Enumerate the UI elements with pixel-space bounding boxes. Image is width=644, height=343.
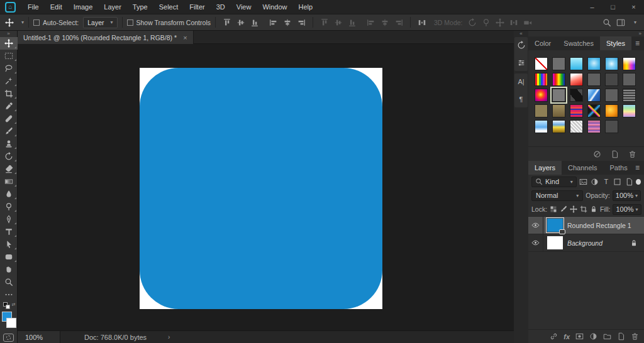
link-layers-icon[interactable] (550, 332, 558, 340)
tool-horizontal-type[interactable] (0, 226, 18, 238)
edit-toolbar-icon[interactable] (0, 288, 18, 301)
tool-pen[interactable] (0, 213, 18, 226)
style-swatch-spectrum[interactable] (552, 73, 565, 86)
photoshop-home-icon[interactable]: ⌂ (5, 2, 16, 13)
3d-pan-icon[interactable] (496, 18, 504, 27)
tool-hand[interactable] (0, 263, 18, 276)
style-swatch-color-burst[interactable] (587, 104, 601, 117)
distribute-bottom-edges-icon[interactable] (348, 18, 357, 27)
filter-shape-layers-icon[interactable] (613, 178, 622, 186)
search-icon[interactable] (602, 18, 611, 27)
lock-pixels-icon[interactable] (560, 205, 567, 213)
distribute-horizontal-centers-icon[interactable] (380, 18, 389, 27)
workspace-chevron-icon[interactable]: ▾ (634, 19, 636, 25)
collapse-panels-icon[interactable]: » (639, 31, 641, 36)
tool-move[interactable] (0, 37, 18, 50)
menu-image[interactable]: Image (68, 0, 99, 14)
blend-mode-dropdown[interactable]: Normal ▾ (531, 190, 583, 201)
quick-mask-mode-icon[interactable] (3, 334, 14, 342)
opacity-field[interactable]: 100% ▾ (613, 190, 641, 201)
distribute-vertical-centers-icon[interactable] (334, 18, 343, 27)
new-group-icon[interactable] (603, 332, 611, 340)
style-swatch-no-style[interactable] (535, 57, 548, 70)
tool-path-selection[interactable] (0, 238, 18, 251)
layer-thumbnail[interactable] (547, 236, 563, 249)
style-swatch-sky-clouds[interactable] (535, 120, 548, 133)
layer-name[interactable]: Background (567, 239, 602, 247)
workspace-switcher-icon[interactable] (616, 18, 625, 27)
tool-brush[interactable] (0, 125, 18, 138)
style-swatch-pink-stripes[interactable] (587, 120, 601, 133)
menu-select[interactable]: Select (153, 0, 184, 14)
properties-panel-icon[interactable] (516, 57, 527, 68)
character-panel-icon[interactable]: A| (516, 76, 527, 87)
tool-eyedropper[interactable] (0, 100, 18, 112)
align-horizontal-centers-icon[interactable] (283, 18, 292, 27)
toolbar-collapse-icon[interactable]: » (7, 31, 9, 37)
style-swatch-blue-sky[interactable] (587, 89, 601, 102)
zoom-level-field[interactable]: 100% (18, 331, 60, 343)
style-swatch-tan-gradient[interactable] (552, 104, 565, 117)
tool-zoom[interactable] (0, 276, 18, 288)
style-swatch-cyan-gradient[interactable] (570, 57, 583, 70)
close-window-button[interactable]: × (623, 0, 644, 14)
style-swatch-gray-6[interactable] (605, 120, 618, 133)
menu-type[interactable]: Type (127, 0, 153, 14)
background-color-swatch[interactable] (6, 318, 16, 328)
show-transform-controls-checkbox[interactable] (127, 19, 133, 26)
tool-blur[interactable] (0, 188, 18, 200)
tab-styles[interactable]: Styles (600, 36, 631, 50)
layer-name[interactable]: Rounded Rectangle 1 (567, 222, 631, 229)
tab-channels[interactable]: Channels (562, 161, 603, 175)
default-colors-icon[interactable]: ⇄ (0, 302, 18, 310)
panel-menu-icon[interactable]: ≡ (635, 36, 644, 50)
filter-pixel-layers-icon[interactable] (579, 178, 588, 186)
tool-lasso[interactable] (0, 62, 18, 75)
distribute-top-edges-icon[interactable] (320, 18, 329, 27)
distribute-right-edges-icon[interactable] (394, 18, 403, 27)
canvas-work-area[interactable] (18, 44, 514, 330)
align-left-edges-icon[interactable] (269, 18, 278, 27)
menu-filter[interactable]: Filter (184, 0, 210, 14)
menu-layer[interactable]: Layer (98, 0, 127, 14)
style-swatch-rainbow-white[interactable] (623, 57, 636, 70)
3d-slide-icon[interactable] (509, 18, 518, 27)
adjustment-layer-icon[interactable] (589, 332, 597, 340)
tool-crop[interactable] (0, 87, 18, 100)
layer-row-background[interactable]: Background (528, 234, 644, 252)
close-tab-icon[interactable]: × (183, 34, 187, 41)
style-swatch-gray-4[interactable] (623, 73, 636, 86)
tool-eraser[interactable] (0, 163, 18, 175)
menu-help[interactable]: Help (293, 0, 319, 14)
menu-3d[interactable]: 3D (211, 0, 231, 14)
new-layer-icon[interactable] (617, 332, 625, 340)
distribute-left-edges-icon[interactable] (367, 18, 375, 27)
lock-position-icon[interactable] (570, 205, 577, 213)
layer-visibility-icon[interactable] (528, 234, 543, 252)
style-swatch-gray-2[interactable] (587, 73, 601, 86)
style-swatch-red-white-fade[interactable] (570, 73, 583, 86)
swap-colors-icon[interactable]: ⇄ (12, 302, 16, 307)
layer-style-fx-icon[interactable]: fx (564, 333, 570, 340)
style-swatch-black-chevron[interactable] (570, 89, 583, 102)
tab-paths[interactable]: Paths (604, 161, 634, 175)
distribute-spacing-icon[interactable] (418, 18, 426, 27)
document-tab[interactable]: Untitled-1 @ 100% (Rounded Rectangle 1, … (18, 31, 194, 44)
style-swatch-gray-lines[interactable] (623, 89, 636, 102)
filter-type-layers-icon[interactable]: T (602, 178, 611, 185)
style-swatch-gold[interactable] (605, 104, 618, 117)
filter-smart-objects-icon[interactable] (625, 178, 633, 186)
tool-rectangle-shape[interactable] (0, 251, 18, 263)
3d-camera-icon[interactable] (523, 18, 532, 27)
align-vertical-centers-icon[interactable] (236, 18, 245, 27)
style-swatch-sand-sky[interactable] (552, 120, 565, 133)
lock-all-icon[interactable] (590, 205, 597, 213)
add-layer-mask-icon[interactable] (575, 332, 584, 340)
tool-history-brush[interactable] (0, 150, 18, 163)
layer-thumbnail[interactable] (547, 219, 563, 232)
style-swatch-gray-5[interactable] (605, 89, 618, 102)
minimize-button[interactable]: – (582, 0, 602, 14)
history-panel-icon[interactable] (516, 40, 527, 51)
tool-quick-selection[interactable] (0, 75, 18, 87)
tool-spot-healing-brush[interactable] (0, 112, 18, 125)
